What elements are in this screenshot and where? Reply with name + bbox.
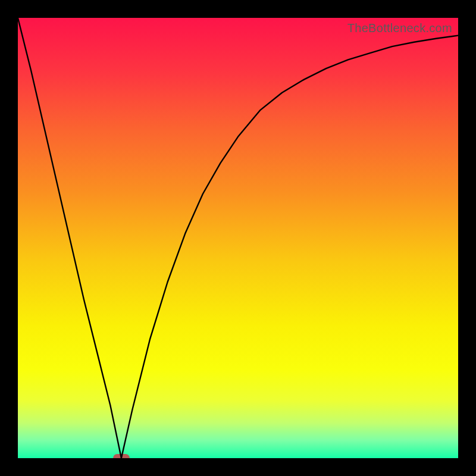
plot-area: TheBottleneck.com: [18, 18, 458, 458]
watermark-text: TheBottleneck.com: [347, 21, 452, 35]
chart-frame: TheBottleneck.com: [0, 0, 476, 476]
bottleneck-curve: [18, 18, 458, 458]
